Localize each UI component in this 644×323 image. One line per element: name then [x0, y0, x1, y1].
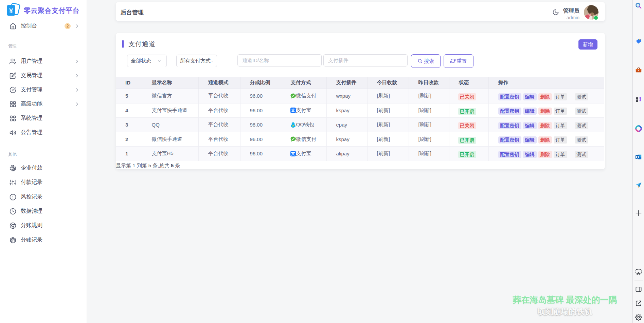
svg-text:¥: ¥ [9, 7, 13, 15]
